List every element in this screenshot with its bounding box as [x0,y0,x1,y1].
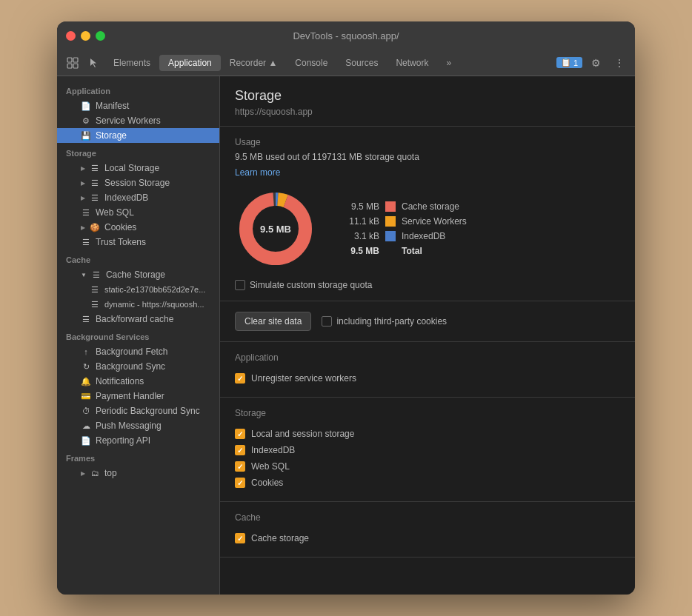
unregister-checkbox[interactable] [235,373,245,384]
svg-rect-8 [385,201,396,212]
sidebar-item-indexeddb[interactable]: ▶ ☰ IndexedDB [57,190,219,205]
cache-storage-checkbox[interactable] [235,533,245,543]
sidebar-item-cache-storage[interactable]: ▼ ☰ Cache Storage [57,267,219,282]
cookies-check-item: Cookies [235,475,620,491]
content-header: Storage https://squoosh.app [220,76,635,127]
more-button[interactable]: ⋮ [610,54,629,72]
pointer-icon[interactable] [84,53,103,73]
tab-sources[interactable]: Sources [336,55,387,71]
titlebar: DevTools - squoosh.app/ [57,21,635,50]
devtools-icon[interactable] [63,53,82,73]
simulate-checkbox-label[interactable]: Simulate custom storage quota [235,280,372,290]
tab-network[interactable]: Network [387,55,437,71]
sidebar-item-storage-active[interactable]: 💾 Storage [57,128,219,143]
tab-more[interactable]: » [437,55,460,71]
frame-icon: 🗂 [90,468,100,478]
chart-row: 9.5 MB 9.5 MB Cache storage 11.1 kB Serv… [235,188,620,270]
sidebar-section-bg-services: Background Services [57,327,219,344]
cookies-checkbox[interactable] [235,478,245,488]
payment-handler-icon: 💳 [81,391,91,401]
legend-name: Cache storage [402,201,459,212]
svg-rect-10 [385,231,396,241]
cache-storage-check-item: Cache storage [235,530,620,546]
legend-item-sw: 11.1 kB Service Workers [339,216,467,227]
legend-item-cache: 9.5 MB Cache storage [339,201,467,212]
content-panel: Storage https://squoosh.app Usage 9.5 MB… [220,76,635,595]
storage-active-icon: 💾 [81,130,91,141]
sidebar-item-reporting-api[interactable]: 📄 Reporting API [57,433,219,448]
web-sql-icon: ☰ [81,207,91,218]
sidebar-item-cache-item2[interactable]: ☰ dynamic - https://squoosh... [57,297,219,312]
tab-recorder[interactable]: Recorder ▲ [221,55,287,71]
legend-item-total: 9.5 MB Total [339,246,467,256]
sidebar-item-trust-tokens[interactable]: ☰ Trust Tokens [57,235,219,250]
svg-rect-0 [67,58,72,62]
sidebar-item-web-sql[interactable]: ☰ Web SQL [57,205,219,220]
usage-section-title: Usage [235,137,620,147]
sidebar-item-local-storage[interactable]: ▶ ☰ Local Storage [57,161,219,175]
clear-site-data-button[interactable]: Clear site data [235,312,311,331]
tab-application[interactable]: Application [159,55,221,71]
expand-icon: ▶ [81,165,85,172]
tab-elements[interactable]: Elements [104,55,159,71]
fullscreen-button[interactable] [96,31,105,41]
toolbar: Elements Application Recorder ▲ Console … [57,50,635,76]
push-messaging-icon: ☁ [81,421,91,431]
svg-rect-3 [73,64,78,68]
bg-sync-icon: ↻ [81,361,91,372]
sidebar-item-frames-top[interactable]: ▶ 🗂 top [57,466,219,481]
storage-subsection-title: Storage [235,408,620,418]
third-party-checkbox[interactable] [322,316,332,327]
app-subsection: Application Unregister service workers [220,342,635,398]
toolbar-tabs: Elements Application Recorder ▲ Console … [104,55,555,71]
unregister-check-item: Unregister service workers [235,370,620,386]
minimize-button[interactable] [81,31,90,41]
sidebar-item-cookies[interactable]: ▶ 🍪 Cookies [57,220,219,235]
tab-console[interactable]: Console [286,55,336,71]
clear-section: Clear site data including third-party co… [220,301,635,342]
local-session-checkbox[interactable] [235,429,245,439]
sidebar-item-back-forward[interactable]: ☰ Back/forward cache [57,312,219,327]
sidebar-item-cache-item1[interactable]: ☰ static-2e1370bb652d2e7e... [57,282,219,297]
sidebar-section-frames: Frames [57,448,219,466]
sidebar-item-session-storage[interactable]: ▶ ☰ Session Storage [57,175,219,190]
periodic-bg-sync-icon: ⏱ [81,406,91,416]
trust-tokens-icon: ☰ [81,237,91,247]
web-sql-checkbox[interactable] [235,461,245,472]
notifications-icon: 🔔 [81,376,91,386]
devtools-window: DevTools - squoosh.app/ Elements Applica… [57,21,635,595]
sidebar-item-push-messaging[interactable]: ☁ Push Messaging [57,418,219,433]
sidebar-item-manifest[interactable]: 📄 Manifest [57,98,219,113]
expand-icon: ▶ [81,195,85,201]
usage-section: Usage 9.5 MB used out of 1197131 MB stor… [220,127,635,301]
service-workers-icon: ⚙ [81,116,91,126]
indexeddb-checkbox[interactable] [235,445,245,455]
simulate-checkbox[interactable] [235,280,245,290]
sidebar-section-cache: Cache [57,250,219,267]
settings-button[interactable]: ⚙ [587,54,605,72]
collapse-icon: ▼ [81,272,87,278]
third-party-cookies-label[interactable]: including third-party cookies [322,316,447,327]
legend-dot-idb [385,231,396,241]
bg-fetch-icon: ↑ [81,346,91,357]
donut-label: 9.5 MB [260,224,291,235]
app-subsection-title: Application [235,352,620,363]
legend-value: 11.1 kB [339,216,379,227]
sidebar-item-bg-fetch[interactable]: ↑ Background Fetch [57,344,219,359]
traffic-lights [66,31,105,41]
learn-more-link[interactable]: Learn more [235,167,280,178]
sidebar-item-payment-handler[interactable]: 💳 Payment Handler [57,389,219,404]
simulate-row: Simulate custom storage quota [235,280,620,290]
page-title: Storage [235,88,620,104]
cache-subsection: Cache Cache storage [220,502,635,558]
cache-item-icon: ☰ [90,299,100,309]
expand-icon: ▶ [81,224,85,231]
sidebar-item-bg-sync[interactable]: ↻ Background Sync [57,359,219,374]
legend-value-total: 9.5 MB [339,246,379,256]
notification-badge[interactable]: 📋 1 [556,57,582,68]
sidebar-item-notifications[interactable]: 🔔 Notifications [57,374,219,389]
close-button[interactable] [66,31,76,41]
sidebar-item-service-workers[interactable]: ⚙ Service Workers [57,113,219,128]
sidebar-item-periodic-bg-sync[interactable]: ⏱ Periodic Background Sync [57,404,219,418]
reporting-api-icon: 📄 [81,435,91,446]
